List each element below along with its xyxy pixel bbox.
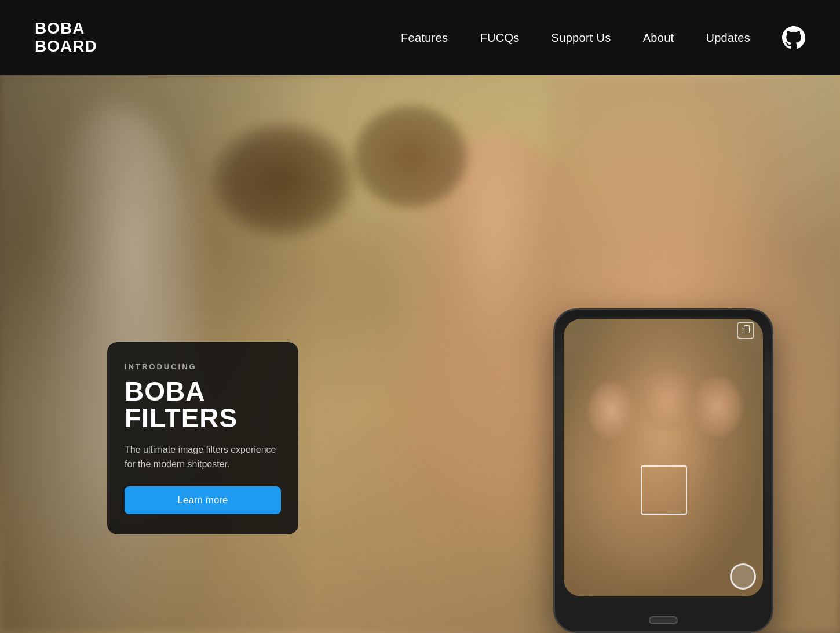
nav-link-support-us[interactable]: Support Us xyxy=(552,31,611,45)
nav-links: Features FUCQs Support Us About Updates xyxy=(401,26,805,49)
phone-shutter-button xyxy=(730,563,756,590)
face-detection-box xyxy=(641,465,687,515)
nav-link-updates[interactable]: Updates xyxy=(706,31,750,45)
face-shape-1 xyxy=(588,381,634,439)
logo-text-boba: BOBA xyxy=(35,20,97,38)
title-line2: FILTERS xyxy=(125,403,238,433)
face-shape-2 xyxy=(641,369,693,432)
github-link[interactable] xyxy=(782,26,805,49)
camera-icon xyxy=(742,328,750,333)
nav-link-fucqs[interactable]: FUCQs xyxy=(480,31,519,45)
learn-more-button[interactable]: Learn more xyxy=(125,486,281,514)
phone-mockup xyxy=(533,285,794,633)
intro-card: INTRODUCING BOBA FILTERS The ultimate im… xyxy=(107,342,298,534)
face-shape-3 xyxy=(693,376,742,437)
phone-home-button xyxy=(649,616,678,624)
phone-face-shapes xyxy=(569,330,757,585)
title-line1: BOBA xyxy=(125,376,205,406)
github-icon xyxy=(782,26,805,49)
intro-description: The ultimate image filters experience fo… xyxy=(125,443,281,472)
intro-label: INTRODUCING xyxy=(125,362,281,371)
intro-title: BOBA FILTERS xyxy=(125,378,281,431)
hair-center-bg xyxy=(353,104,469,209)
nav-link-about[interactable]: About xyxy=(643,31,674,45)
phone-camera-button xyxy=(737,322,754,339)
phone-screen-content xyxy=(564,319,763,596)
hero-section: INTRODUCING BOBA FILTERS The ultimate im… xyxy=(0,75,840,633)
phone-body xyxy=(553,308,773,633)
nav-link-features[interactable]: Features xyxy=(401,31,448,45)
logo-text-board: BOARD xyxy=(35,38,97,56)
navbar: BOBA BOARD Features FUCQs Support Us Abo… xyxy=(0,0,840,75)
phone-screen xyxy=(564,319,763,596)
logo[interactable]: BOBA BOARD xyxy=(35,20,97,56)
